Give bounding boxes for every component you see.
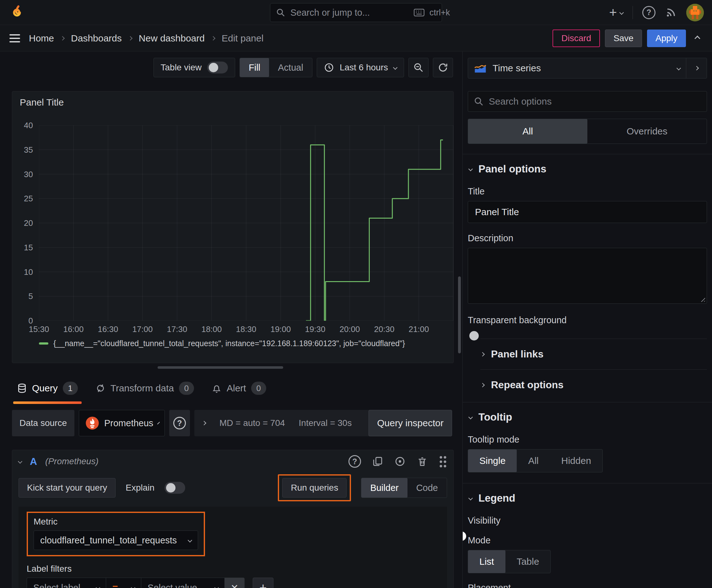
- legend-mode-table[interactable]: Table: [505, 550, 551, 573]
- tooltip-mode-label: Tooltip mode: [468, 435, 707, 445]
- close-icon: ✕: [231, 582, 238, 588]
- collapse-options-button[interactable]: [686, 58, 707, 78]
- description-textarea[interactable]: [468, 248, 707, 304]
- breadcrumb-new-dashboard[interactable]: New dashboard: [139, 33, 205, 44]
- refresh-button[interactable]: [433, 58, 453, 77]
- table-view-toggle[interactable]: [207, 62, 228, 74]
- breadcrumb-home[interactable]: Home: [29, 33, 54, 44]
- tooltip-mode-hidden[interactable]: Hidden: [550, 449, 602, 472]
- collapse-query-icon[interactable]: [18, 459, 22, 464]
- panel-links-label: Panel links: [491, 348, 543, 360]
- drag-handle-icon[interactable]: [439, 455, 447, 468]
- user-avatar[interactable]: [686, 4, 704, 21]
- run-queries-button[interactable]: Run queries: [282, 478, 347, 498]
- fill-option[interactable]: Fill: [240, 58, 269, 77]
- operator-dropdown[interactable]: =: [106, 578, 141, 588]
- datasource-help-button[interactable]: ?: [169, 410, 190, 436]
- hide-query-eye-icon[interactable]: [394, 456, 406, 467]
- search-icon: [276, 8, 285, 17]
- tab-query-badge: 1: [63, 382, 78, 395]
- collapse-up-icon[interactable]: [694, 36, 700, 41]
- repeat-options-row[interactable]: Repeat options: [468, 370, 707, 400]
- grafana-logo[interactable]: [8, 4, 26, 21]
- apply-button[interactable]: Apply: [647, 29, 686, 47]
- operator-value: =: [112, 582, 118, 588]
- actual-option[interactable]: Actual: [269, 58, 312, 77]
- code-option[interactable]: Code: [408, 478, 447, 498]
- datasource-value: Prometheus: [104, 418, 153, 428]
- select-value-dropdown[interactable]: Select value: [141, 578, 224, 588]
- add-menu-button[interactable]: +: [609, 5, 623, 20]
- builder-option[interactable]: Builder: [361, 478, 407, 498]
- datasource-picker[interactable]: Prometheus: [79, 410, 165, 436]
- zoom-out-button[interactable]: [408, 58, 429, 77]
- legend-mode-list[interactable]: List: [468, 550, 505, 573]
- options-search-input[interactable]: [489, 96, 701, 107]
- time-range-picker[interactable]: Last 6 hours: [317, 58, 404, 77]
- scrollbar-thumb[interactable]: [458, 276, 461, 353]
- panel-options-header[interactable]: Panel options: [468, 154, 707, 184]
- discard-button[interactable]: Discard: [553, 29, 600, 47]
- menu-icon[interactable]: [9, 34, 20, 42]
- chevron-right-icon: [480, 383, 485, 387]
- options-search[interactable]: [468, 91, 707, 112]
- duplicate-query-icon[interactable]: [372, 456, 383, 467]
- chevron-right-icon: [202, 421, 206, 425]
- select-label-dropdown[interactable]: Select label: [27, 578, 106, 588]
- tab-overrides[interactable]: Overrides: [587, 119, 707, 144]
- legend-swatch: [39, 342, 48, 344]
- breadcrumb-dashboards[interactable]: Dashboards: [71, 33, 122, 44]
- remove-filter-button[interactable]: ✕: [224, 578, 244, 588]
- tab-all[interactable]: All: [468, 119, 587, 144]
- viz-type-select[interactable]: Time series: [468, 58, 686, 78]
- metric-label: Metric: [34, 517, 198, 527]
- annotation-highlight-metric: Metric cloudflared_tunnel_total_requests: [27, 512, 205, 556]
- question-icon: ?: [173, 417, 186, 429]
- help-icon[interactable]: ?: [642, 6, 655, 19]
- prometheus-icon: [85, 416, 99, 430]
- query-header-row[interactable]: A (Prometheus) ?: [19, 453, 447, 470]
- metric-select[interactable]: cloudflared_tunnel_total_requests: [34, 530, 198, 550]
- query-inspector-button[interactable]: Query inspector: [369, 410, 452, 436]
- tooltip-mode-single[interactable]: Single: [468, 449, 517, 472]
- datasource-row: Data source Prometheus ? MD = a: [12, 410, 452, 437]
- chart-area[interactable]: [39, 125, 453, 321]
- tab-query-label: Query: [32, 383, 58, 394]
- legend-header[interactable]: Legend: [468, 483, 707, 513]
- chevron-down-icon: [619, 10, 624, 15]
- repeat-options-label: Repeat options: [491, 379, 563, 391]
- editor-tabs: Query 1 Transform data 0 Alert 0: [17, 377, 266, 400]
- delete-query-trash-icon[interactable]: [417, 456, 428, 467]
- news-rss-icon[interactable]: [665, 6, 677, 19]
- explain-toggle[interactable]: [165, 482, 185, 494]
- max-data-points-stat: MD = auto = 704: [219, 418, 285, 428]
- explain-label: Explain: [126, 483, 154, 493]
- label-filter-row: Select label = Select value ✕: [27, 578, 439, 588]
- global-search[interactable]: ctrl+k: [270, 3, 442, 22]
- fill-actual-segment: Fill Actual: [239, 58, 312, 77]
- tooltip-mode-all[interactable]: All: [517, 449, 550, 472]
- chart-legend[interactable]: {__name__="cloudflared_tunnel_total_requ…: [39, 339, 405, 348]
- add-filter-button[interactable]: +: [253, 578, 274, 588]
- panel-links-row[interactable]: Panel links: [468, 339, 707, 370]
- tab-query[interactable]: Query 1: [17, 377, 78, 400]
- pane-resize-handle[interactable]: [157, 366, 283, 369]
- query-datasource-hint: (Prometheus): [45, 456, 99, 466]
- tab-alert[interactable]: Alert 0: [212, 377, 266, 400]
- panel-preview[interactable]: Panel Title 0510152025303540 15:3016:001…: [12, 91, 454, 363]
- panel-title-input[interactable]: [468, 201, 707, 223]
- plus-icon: +: [609, 5, 617, 20]
- kick-start-query-button[interactable]: Kick start your query: [19, 478, 115, 498]
- search-icon: [474, 97, 484, 106]
- chevron-right-icon: [211, 36, 215, 41]
- chevron-right-icon: [60, 36, 65, 41]
- save-button[interactable]: Save: [605, 29, 642, 47]
- tab-alert-label: Alert: [226, 383, 246, 394]
- global-search-input[interactable]: [290, 7, 409, 18]
- query-help-icon[interactable]: ?: [348, 455, 361, 468]
- tab-transform[interactable]: Transform data 0: [95, 377, 194, 400]
- x-axis-labels: 15:3016:0016:3017:0017:3018:0018:3019:00…: [39, 324, 453, 335]
- chevron-right-icon: [480, 352, 485, 356]
- tooltip-header[interactable]: Tooltip: [468, 402, 707, 432]
- tooltip-title: Tooltip: [478, 411, 512, 423]
